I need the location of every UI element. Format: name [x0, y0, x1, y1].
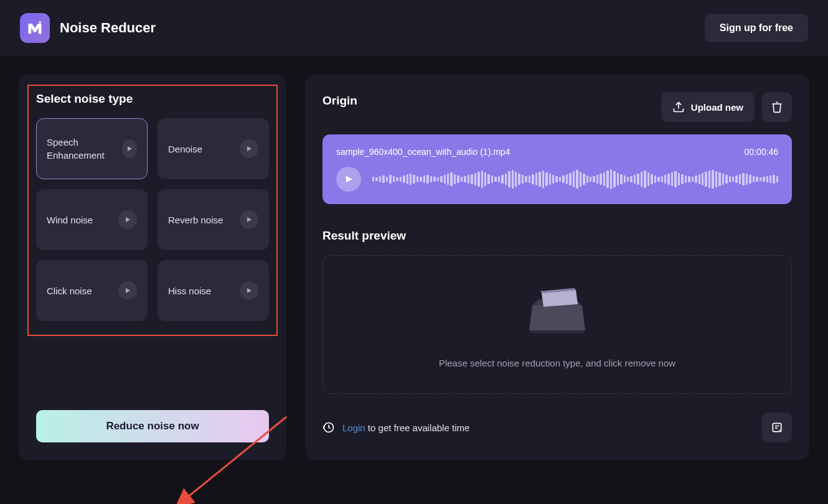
noise-type-title: Select noise type: [36, 92, 269, 106]
play-sample-icon[interactable]: [240, 281, 258, 300]
waveform-visualization[interactable]: [372, 167, 778, 192]
feedback-button[interactable]: [762, 413, 792, 442]
result-preview-area: Please select noise reduction type, and …: [322, 255, 792, 394]
noise-card-label: Click noise: [47, 284, 92, 297]
signup-button[interactable]: Sign up for free: [705, 14, 808, 42]
upload-label: Upload new: [691, 102, 743, 113]
feedback-icon: [771, 421, 783, 434]
waveform-play-button[interactable]: [336, 167, 361, 192]
noise-card-reverb[interactable]: Reverb noise: [158, 189, 269, 250]
noise-card-hiss[interactable]: Hiss noise: [158, 260, 269, 321]
play-sample-icon[interactable]: [122, 139, 137, 158]
origin-waveform-panel: sample_960x400_ocean_with_audio (1).mp4 …: [322, 134, 792, 204]
noise-type-grid: Speech Enhancement Denoise Wind noise Re…: [36, 118, 269, 321]
noise-card-click[interactable]: Click noise: [36, 260, 148, 321]
preview-message: Please select noise reduction type, and …: [439, 358, 675, 368]
login-link[interactable]: Login: [342, 422, 365, 433]
noise-card-label: Denoise: [168, 142, 202, 156]
result-title: Result preview: [322, 229, 792, 243]
play-sample-icon[interactable]: [240, 210, 258, 229]
noise-card-denoise[interactable]: Denoise: [158, 118, 269, 179]
noise-type-panel: Select noise type Speech Enhancement Den…: [19, 75, 286, 460]
play-icon: [344, 175, 353, 184]
noise-card-speech-enhancement[interactable]: Speech Enhancement: [36, 118, 148, 179]
clock-icon: [322, 421, 335, 434]
upload-icon: [672, 101, 685, 113]
empty-tray-icon: [523, 281, 591, 339]
trash-icon: [771, 101, 783, 113]
app-title: Noise Reducer: [60, 20, 156, 36]
preview-panel: Origin Upload new sample_960x400_ocean_w…: [305, 75, 809, 460]
noise-card-label: Hiss noise: [168, 284, 211, 297]
login-text: to get free available time: [365, 422, 470, 433]
reduce-noise-button[interactable]: Reduce noise now: [36, 410, 269, 442]
noise-card-label: Reverb noise: [168, 213, 223, 226]
header: Noise Reducer Sign up for free: [0, 0, 828, 56]
play-sample-icon[interactable]: [118, 281, 137, 300]
login-prompt: Login to get free available time: [322, 421, 469, 434]
play-sample-icon[interactable]: [118, 210, 137, 229]
svg-point-0: [39, 21, 41, 24]
delete-button[interactable]: [762, 92, 792, 122]
filename-label: sample_960x400_ocean_with_audio (1).mp4: [336, 147, 510, 157]
duration-label: 00:00:46: [745, 147, 779, 157]
app-logo: [20, 13, 50, 43]
noise-card-label: Speech Enhancement: [47, 136, 122, 162]
upload-new-button[interactable]: Upload new: [661, 92, 755, 122]
play-sample-icon[interactable]: [240, 139, 258, 158]
origin-title: Origin: [322, 94, 357, 108]
noise-card-wind[interactable]: Wind noise: [36, 189, 148, 250]
noise-card-label: Wind noise: [47, 213, 93, 226]
